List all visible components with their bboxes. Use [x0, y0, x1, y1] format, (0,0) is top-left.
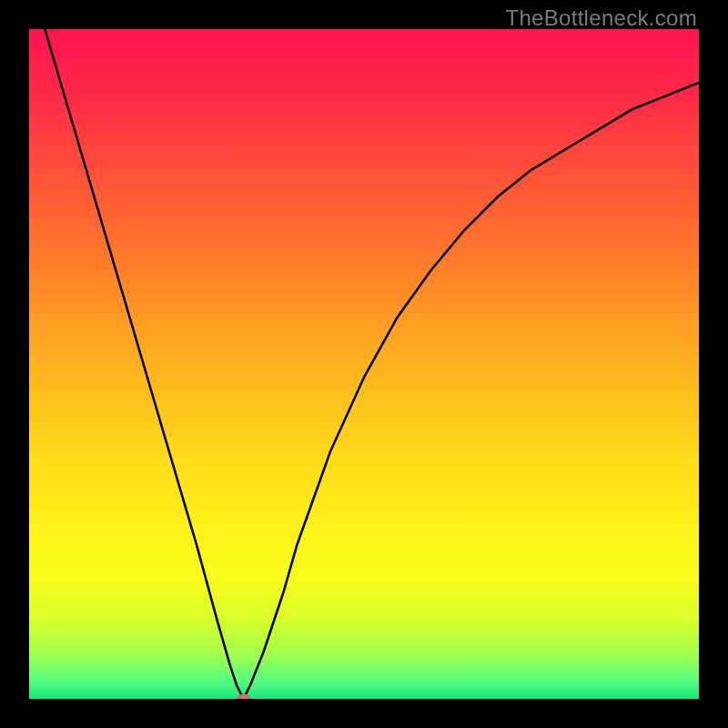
chart-frame: TheBottleneck.com	[0, 0, 728, 728]
minimum-marker	[237, 694, 251, 700]
plot-area	[29, 29, 699, 699]
watermark-text: TheBottleneck.com	[505, 5, 697, 31]
bottleneck-curve	[29, 29, 699, 699]
